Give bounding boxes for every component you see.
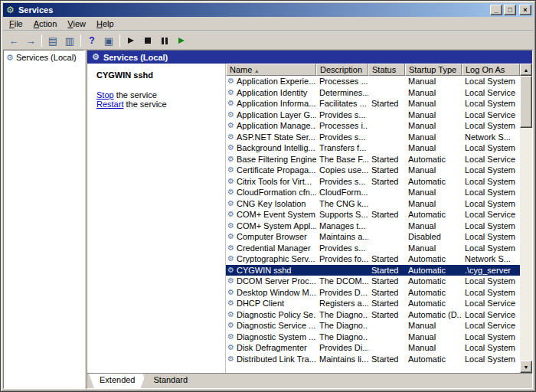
table-row[interactable]: ⚙COM+ Event SystemSupports S...StartedAu… [226, 209, 520, 220]
service-cell: Manual [405, 110, 462, 119]
close-button[interactable]: × [519, 5, 531, 15]
table-row[interactable]: ⚙Base Filtering EngineThe Base F...Start… [226, 154, 520, 165]
table-row[interactable]: ⚙CYGWIN sshdStartedAutomatic.\cyg_server [226, 265, 520, 276]
table-row[interactable]: ⚙CNG Key IsolationThe CNG k...ManualLoca… [226, 198, 520, 210]
service-cell: Started [368, 276, 405, 286]
table-row[interactable]: ⚙CloudFormation cfn...CloudForm...Manual… [226, 187, 520, 198]
menu-view[interactable]: View [62, 18, 91, 30]
service-cell: Manual [405, 132, 462, 142]
help-button[interactable]: ? [84, 33, 100, 48]
table-row[interactable]: ⚙Diagnostic System ...The Diagno...Manua… [226, 332, 520, 343]
service-cell: The CNG k... [316, 199, 368, 208]
service-cell: Local System [462, 165, 520, 175]
view-tabs: Extended Standard [87, 373, 532, 388]
table-row[interactable]: ⚙Background Intellig...Transfers f...Man… [226, 142, 520, 154]
table-row[interactable]: ⚙Diagnostic Service ...The Diagno...Manu… [226, 320, 520, 332]
table-row[interactable]: ⚙Cryptographic Serv...Provides fo...Star… [226, 253, 520, 265]
service-cell: Provides s... [316, 132, 368, 142]
service-name-cell: ⚙Application Manage... [226, 121, 316, 130]
vertical-scrollbar[interactable]: ▲ ▼ [520, 64, 532, 373]
scrollbar-track[interactable] [520, 76, 532, 361]
service-cell: Started [368, 288, 405, 297]
column-header-description[interactable]: Description [316, 64, 368, 76]
service-name-text: Computer Browser [237, 232, 307, 241]
pause-service-button[interactable] [157, 33, 172, 48]
table-row[interactable]: ⚙Application Layer G...Provides s...Manu… [226, 109, 520, 121]
table-row[interactable]: ⚙Diagnostic Policy Se...The Diagno...Sta… [226, 309, 520, 321]
service-cell: Manual [405, 143, 462, 152]
column-header-startup-type[interactable]: Startup Type [405, 64, 462, 76]
column-header-status[interactable]: Status [368, 64, 405, 76]
column-header-name[interactable]: Name▴ [226, 64, 316, 76]
minimize-button[interactable]: _ [490, 5, 502, 15]
service-name-cell: ⚙Application Layer G... [226, 110, 316, 119]
menu-file[interactable]: File [4, 18, 28, 30]
service-name-cell: ⚙DCOM Server Proc... [226, 276, 316, 286]
table-row[interactable]: ⚙ASP.NET State Ser...Provides s...Manual… [226, 132, 520, 143]
services-gear-icon: ⚙ [6, 54, 14, 62]
service-gear-icon: ⚙ [227, 289, 234, 296]
service-cell: Started [368, 165, 405, 175]
menu-action[interactable]: Action [28, 18, 63, 30]
tab-standard[interactable]: Standard [142, 374, 198, 388]
table-row[interactable]: ⚙Application Informa...Facilitates ...St… [226, 98, 520, 109]
start-service-button[interactable] [123, 33, 139, 48]
forward-button[interactable]: → [23, 33, 38, 48]
table-row[interactable]: ⚙Citrix Tools for Virt...Provides s...St… [226, 176, 520, 188]
table-row[interactable]: ⚙COM+ System Appl...Manages t...ManualLo… [226, 220, 520, 232]
maximize-button[interactable]: □ [504, 5, 516, 15]
export-list-button[interactable]: ▥ [62, 33, 77, 48]
table-row[interactable]: ⚙Application Manage...Processes i...Manu… [226, 120, 520, 132]
menu-help[interactable]: Help [91, 18, 119, 30]
service-name-cell: ⚙Diagnostic Service ... [226, 321, 316, 330]
services-window: ⚙ Services _ □ × File Action View Help ←… [0, 0, 536, 392]
service-cell: Local System [462, 77, 520, 86]
service-cell: Provides s... [316, 243, 368, 253]
service-gear-icon: ⚙ [227, 244, 234, 252]
result-pane-title: Services (Local) [103, 53, 168, 62]
service-gear-icon: ⚙ [227, 355, 234, 363]
service-cell: Started [368, 266, 405, 275]
tab-extended[interactable]: Extended [89, 374, 145, 388]
table-row[interactable]: ⚙Certificate Propaga...Copies use...Star… [226, 165, 520, 176]
service-cell: Automatic [405, 254, 462, 263]
show-console-tree-button[interactable]: ▤ [45, 33, 60, 48]
service-cell: Local System [462, 288, 520, 297]
service-gear-icon: ⚙ [227, 200, 234, 207]
service-cell: Started [368, 354, 405, 364]
scroll-up-button[interactable]: ▲ [520, 64, 532, 76]
titlebar[interactable]: ⚙ Services _ □ × [3, 3, 533, 17]
restart-service-line-rest: the service [123, 100, 166, 109]
table-row[interactable]: ⚙Application IdentityDetermines...Manual… [226, 87, 520, 99]
restart-service-button[interactable] [174, 33, 189, 48]
table-row[interactable]: ⚙Computer BrowserMaintains a...DisabledL… [226, 231, 520, 243]
table-row[interactable]: ⚙Disk DefragmenterProvides Di...ManualLo… [226, 342, 520, 354]
stop-service-link[interactable]: Stop [96, 90, 114, 100]
restart-service-link[interactable]: Restart [96, 100, 123, 109]
table-row[interactable]: ⚙Distributed Link Tra...Maintains li...S… [226, 354, 520, 365]
table-row[interactable]: ⚙Application Experie...Processes ...Manu… [226, 76, 520, 87]
service-cell: CloudForm... [316, 188, 368, 197]
service-name-text: Application Layer G... [237, 110, 316, 119]
service-cell: Local Service [462, 210, 520, 219]
properties-button[interactable]: ▣ [101, 33, 116, 48]
scroll-down-button[interactable]: ▼ [520, 361, 532, 373]
service-cell: Local System [462, 276, 520, 286]
scrollbar-thumb[interactable] [520, 76, 532, 128]
table-row[interactable]: ⚙DHCP ClientRegisters a...StartedAutomat… [226, 298, 520, 309]
table-row[interactable]: ⚙Credential ManagerProvides s...ManualLo… [226, 243, 520, 254]
toolbar-separator [41, 34, 42, 47]
service-gear-icon: ⚙ [227, 77, 234, 85]
column-header-log-on-as[interactable]: Log On As [462, 64, 520, 76]
table-row[interactable]: ⚙Desktop Window M...Provides D...Started… [226, 287, 520, 299]
tree-item-services-local[interactable]: ⚙ Services (Local) [4, 51, 84, 64]
service-name-cell: ⚙Cryptographic Serv... [226, 254, 316, 263]
service-cell: Local Service [462, 110, 520, 119]
service-gear-icon: ⚙ [227, 178, 234, 185]
service-gear-icon: ⚙ [227, 333, 234, 341]
stop-service-button[interactable] [140, 33, 155, 48]
pause-service-icon [162, 38, 168, 44]
service-cell: Manual [405, 77, 462, 86]
back-button[interactable]: ← [6, 33, 21, 48]
table-row[interactable]: ⚙DCOM Server Proc...The DCOM...StartedAu… [226, 276, 520, 287]
